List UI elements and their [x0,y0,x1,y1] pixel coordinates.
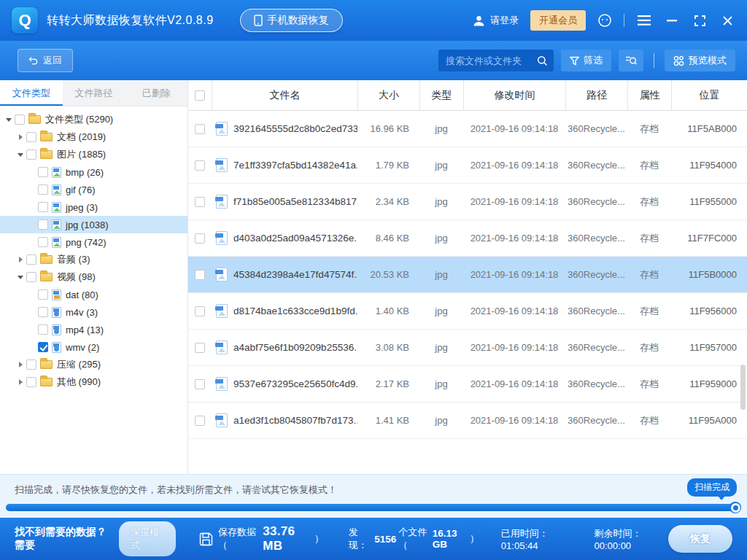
column-header-type[interactable]: 类型 [419,80,463,110]
row-checkbox[interactable] [195,416,205,426]
search-icon[interactable] [537,55,548,66]
phone-recovery-button[interactable]: 手机数据恢复 [240,9,343,32]
expand-arrow-icon[interactable] [4,115,13,125]
row-checkbox[interactable] [195,197,205,207]
customer-service-icon[interactable] [597,13,612,28]
folder-icon [40,360,53,369]
table-row[interactable]: d403a0d25ad09a4571326e... 8.46 KB jpg 20… [188,220,747,257]
tree-item-audio[interactable]: 音频 (3) [0,251,187,268]
table-row[interactable]: f71b85e005a5e812334b817... 2.34 KB jpg 2… [188,184,747,220]
checkbox[interactable] [15,114,25,125]
tree-item-gif[interactable]: gif (76) [0,181,187,198]
checkbox[interactable] [38,167,48,177]
table-row[interactable]: 7e1ff3397cfa5bd14382e41a... 1.79 KB jpg … [188,147,747,184]
tree-item-archive[interactable]: 压缩 (295) [0,356,187,373]
checkbox[interactable] [38,307,48,317]
tree-item-m4v[interactable]: m4v (3) [0,303,187,321]
tree-item-dat[interactable]: dat (80) [0,286,187,303]
video-file-icon [52,342,61,353]
deep-mode-button[interactable]: 深度模式 [119,521,176,556]
file-size: 8.46 KB [357,233,419,244]
tree-item-file-types[interactable]: 文件类型 (5290) [0,111,187,128]
tree-item-wmv[interactable]: wmv (2) [0,338,187,356]
checkbox[interactable] [38,289,48,300]
tree-item-mp4[interactable]: mp4 (13) [0,321,187,338]
checkbox[interactable] [38,219,48,230]
search-input[interactable] [446,55,537,66]
tab-file-path[interactable]: 文件路径 [63,80,125,106]
checkbox[interactable] [38,202,48,212]
checkbox[interactable] [26,377,36,387]
search-in-results-button[interactable] [619,50,643,71]
search-box [438,50,554,71]
row-checkbox[interactable] [195,270,205,280]
column-header-name[interactable]: 文件名 [212,80,357,110]
checkbox[interactable] [38,184,48,195]
checkbox[interactable] [26,149,36,160]
scrollbar-thumb[interactable] [740,365,746,410]
file-modified: 2021-09-16 09:14:18 [463,123,565,134]
tree-item-other[interactable]: 其他 (990) [0,373,187,391]
save-data-button[interactable]: 保存数据（ 33.76 MB ） [199,524,324,553]
checkbox[interactable] [26,254,36,265]
file-path: 360Recycle... [565,160,627,171]
table-row[interactable]: a1ed3f1cb8045807fb7d173... 1.41 KB jpg 2… [188,402,747,439]
checkbox-checked[interactable] [38,342,48,352]
recover-button[interactable]: 恢复 [668,525,732,553]
tree-item-bmp[interactable]: bmp (26) [0,163,187,181]
row-checkbox[interactable] [195,124,205,134]
checkbox[interactable] [38,237,48,247]
tree-item-png[interactable]: png (742) [0,233,187,251]
image-file-icon [52,167,61,178]
vip-button[interactable]: 开通会员 [530,10,586,31]
tab-deleted[interactable]: 已删除 [125,80,187,106]
tree-item-jpg[interactable]: jpg (1038) [0,216,187,233]
scan-progress-bar[interactable] [6,504,741,511]
row-checkbox[interactable] [195,306,205,316]
table-row[interactable]: d8174bae1c633cce9d1b9fd... 1.40 KB jpg 2… [188,293,747,330]
expand-arrow-icon[interactable] [16,257,25,262]
row-checkbox[interactable] [195,233,205,244]
column-header-size[interactable]: 大小 [357,80,419,110]
filter-button[interactable]: 筛选 [561,50,611,71]
row-checkbox[interactable] [195,343,205,353]
file-location: 11F5AB000 [671,123,747,134]
checkbox[interactable] [26,272,36,282]
expand-arrow-icon[interactable] [16,273,25,282]
maximize-icon[interactable] [692,12,708,28]
column-header-location[interactable]: 位置 [671,80,747,110]
toolbar-separator [654,53,654,68]
tree-item-documents[interactable]: 文档 (2019) [0,128,187,146]
expand-arrow-icon[interactable] [16,150,25,160]
progress-knob[interactable] [729,502,741,513]
tree-item-video[interactable]: 视频 (98) [0,268,187,286]
checkbox[interactable] [38,324,48,335]
checkbox[interactable] [26,359,36,370]
expand-arrow-icon[interactable] [16,379,25,385]
tab-file-type[interactable]: 文件类型 [0,80,63,106]
file-size: 2.34 KB [357,196,419,207]
select-all-checkbox[interactable] [195,90,205,101]
table-row-selected[interactable]: 45384d2398a4e17fd47574f... 20.53 KB jpg … [188,257,747,293]
preview-mode-button[interactable]: 预览模式 [665,50,735,71]
column-header-modified[interactable]: 修改时间 [463,80,565,110]
file-name: d403a0d25ad09a4571326e... [233,233,357,244]
column-header-path[interactable]: 路径 [565,80,627,110]
row-checkbox[interactable] [195,379,205,389]
table-row[interactable]: 3921645555d2c8b0c2ed733... 16.96 KB jpg … [188,111,747,147]
column-header-attr[interactable]: 属性 [627,80,671,110]
tree-item-images[interactable]: 图片 (1885) [0,146,187,163]
back-button[interactable]: 返回 [18,49,73,72]
close-icon[interactable] [719,12,735,28]
tree-item-jpeg[interactable]: jpeg (3) [0,198,187,216]
login-button[interactable]: 请登录 [473,14,519,27]
table-row[interactable]: a4abf75e6f1b09209b25536... 3.08 KB jpg 2… [188,330,747,366]
expand-arrow-icon[interactable] [16,134,25,140]
table-row[interactable]: 9537e673295ce25650fc4d9... 2.17 KB jpg 2… [188,366,747,402]
row-checkbox[interactable] [195,160,205,171]
checkbox[interactable] [26,132,36,142]
menu-icon[interactable] [636,12,652,28]
expand-arrow-icon[interactable] [16,362,25,368]
file-type: jpg [419,160,463,171]
minimize-icon[interactable] [664,12,680,28]
